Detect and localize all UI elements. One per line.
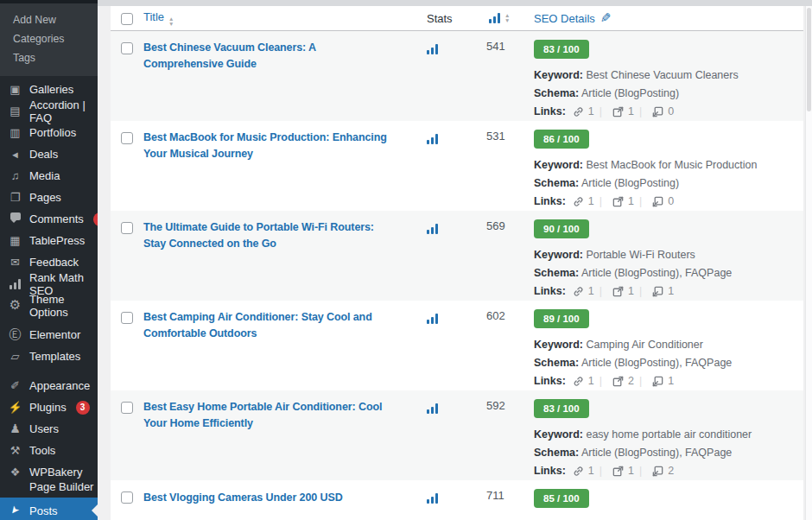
row-checkbox[interactable] xyxy=(121,132,133,144)
posts-list-content: Title Stats SEO Details Best Chinese Vac… xyxy=(98,0,812,520)
title-sort-icon[interactable] xyxy=(168,16,174,27)
row-checkbox[interactable] xyxy=(121,402,133,414)
traffic-column-chart-icon[interactable] xyxy=(489,13,500,23)
schema-label: Schema: xyxy=(534,447,579,459)
table-row: Best MacBook for Music Production: Enhan… xyxy=(111,121,803,211)
stats-chart-icon[interactable] xyxy=(427,493,438,504)
post-title-link[interactable]: Best MacBook for Music Production: Enhan… xyxy=(143,130,404,162)
sidebar-item-label: Comments xyxy=(23,212,87,225)
scrollbar-thumb[interactable] xyxy=(807,8,811,111)
sidebar-item-feedback[interactable]: Feedback xyxy=(0,251,98,273)
sidebar-item-appearance[interactable]: Appearance xyxy=(0,375,98,396)
sidebar-subitem-categories[interactable]: Categories xyxy=(0,29,98,48)
schema-label: Schema: xyxy=(534,267,579,279)
sidebar-item-label: Posts xyxy=(23,504,61,517)
traffic-count: 569 xyxy=(466,219,534,232)
separator: | xyxy=(599,462,602,480)
sidebar-item-portfolios[interactable]: Portfolios xyxy=(0,122,98,143)
posts-table-body: Best Chinese Vacuum Cleaners: A Comprehe… xyxy=(111,31,803,520)
internal-links-count: 1 xyxy=(588,282,594,301)
stats-chart-icon[interactable] xyxy=(427,44,438,54)
plugins-icon xyxy=(7,402,23,414)
tools-icon xyxy=(7,445,23,457)
internal-links-icon xyxy=(572,465,585,478)
gear-icon xyxy=(7,299,23,312)
row-checkbox[interactable] xyxy=(121,312,133,324)
external-links-icon xyxy=(612,105,625,118)
galleries-icon xyxy=(7,84,23,96)
sidebar-item-rank-math-seo[interactable]: Rank Math SEO xyxy=(0,273,98,295)
schema-label: Schema: xyxy=(534,177,579,189)
incoming-links-count: 0 xyxy=(668,103,674,121)
external-links-icon xyxy=(612,465,625,478)
links-label: Links: xyxy=(534,103,566,121)
sidebar-item-label: TablePress xyxy=(23,234,88,247)
post-title-link[interactable]: Best Easy Home Portable Air Conditioner:… xyxy=(143,399,404,432)
stats-chart-icon[interactable] xyxy=(427,314,438,324)
separator: | xyxy=(639,193,642,211)
post-title-link[interactable]: Best Chinese Vacuum Cleaners: A Comprehe… xyxy=(143,40,404,73)
keyword-value: easy home portable air conditioner xyxy=(586,428,752,441)
sidebar-item-users[interactable]: Users xyxy=(0,418,98,440)
post-title-link[interactable]: Best Camping Air Conditioner: Stay Cool … xyxy=(143,309,404,342)
stats-chart-icon[interactable] xyxy=(427,403,438,414)
sidebar-item-theme-options[interactable]: Theme Options xyxy=(0,295,98,316)
vertical-scrollbar[interactable] xyxy=(805,6,812,520)
stats-chart-icon[interactable] xyxy=(427,134,438,144)
seo-score-badge: 90 / 100 xyxy=(534,219,589,238)
select-all-checkbox[interactable] xyxy=(121,13,133,25)
row-checkbox[interactable] xyxy=(121,42,133,54)
incoming-links-count: 2 xyxy=(668,462,674,480)
row-checkbox[interactable] xyxy=(121,222,133,234)
stats-chart-icon[interactable] xyxy=(427,224,438,234)
title-column-header[interactable]: Title xyxy=(143,10,164,23)
sidebar-item-deals[interactable]: Deals xyxy=(0,143,98,165)
internal-links-count: 1 xyxy=(588,193,594,211)
sidebar-item-media[interactable]: Media xyxy=(0,165,98,187)
sidebar-subitem-add-new[interactable]: Add New xyxy=(0,10,98,29)
sidebar-item-accordion-faq[interactable]: Accordion | FAQ xyxy=(0,100,98,122)
external-links-icon xyxy=(612,195,625,208)
sidebar-item-tablepress[interactable]: TablePress xyxy=(0,230,98,251)
sidebar-subitem-tags[interactable]: Tags xyxy=(0,48,98,67)
sidebar-item-plugins[interactable]: Plugins 3 xyxy=(0,396,98,418)
external-links-icon xyxy=(612,375,625,388)
external-links-icon xyxy=(612,285,625,298)
post-title-link[interactable]: Best Vlogging Cameras Under 200 USD xyxy=(143,490,355,506)
internal-links-count: 1 xyxy=(588,462,594,480)
sidebar-item-tools[interactable]: Tools xyxy=(0,440,98,461)
schema-value: Article (BlogPosting), FAQPage xyxy=(581,447,732,459)
separator: | xyxy=(599,372,602,390)
incoming-links-count: 1 xyxy=(668,372,674,390)
sidebar-item-pages[interactable]: Pages xyxy=(0,187,98,208)
sidebar-item-label: Deals xyxy=(23,148,61,161)
traffic-count: 531 xyxy=(466,130,534,143)
links-label: Links: xyxy=(534,462,566,480)
incoming-links-icon xyxy=(651,195,664,208)
traffic-count: 602 xyxy=(466,309,534,322)
sidebar-item-templates[interactable]: Templates xyxy=(0,346,98,367)
incoming-links-icon xyxy=(651,375,664,388)
admin-sidebar: Add New Categories Tags Galleries Accord… xyxy=(0,0,98,520)
sidebar-item-elementor[interactable]: Elementor xyxy=(0,324,98,346)
wordpress-admin-screen: Add New Categories Tags Galleries Accord… xyxy=(0,0,812,520)
post-title-link[interactable]: The Ultimate Guide to Portable Wi-Fi Rou… xyxy=(143,219,404,252)
appearance-icon xyxy=(7,380,23,392)
row-checkbox[interactable] xyxy=(121,491,133,504)
separator: | xyxy=(599,103,602,121)
content-top-strip xyxy=(98,0,812,6)
sidebar-item-posts[interactable]: Posts xyxy=(0,498,98,520)
sidebar-item-wpbakery-page-builder[interactable]: WPBakery Page Builder xyxy=(0,461,98,498)
keyword-label: Keyword: xyxy=(534,159,583,171)
sidebar-item-comments[interactable]: Comments 3 xyxy=(0,208,98,230)
traffic-sort-icon[interactable] xyxy=(504,13,510,23)
media-icon xyxy=(7,170,23,182)
incoming-links-count: 0 xyxy=(668,193,674,211)
edit-pencil-icon[interactable] xyxy=(600,10,612,26)
seo-details-column-header[interactable]: SEO Details xyxy=(534,12,595,25)
posts-table-header: Title Stats SEO Details xyxy=(111,6,803,31)
sidebar-item-galleries[interactable]: Galleries xyxy=(0,79,98,100)
sidebar-item-label: Galleries xyxy=(23,83,77,96)
posts-submenu: Add New Categories Tags xyxy=(0,3,98,76)
sidebar-item-label: Media xyxy=(23,169,63,182)
